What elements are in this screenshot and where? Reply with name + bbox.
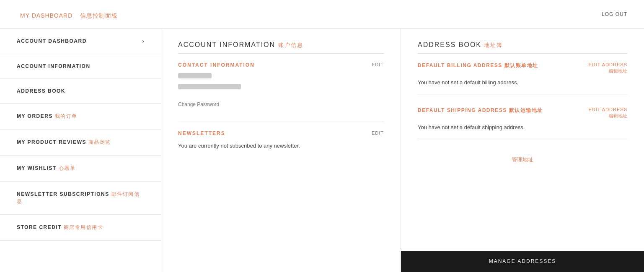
sidebar-item-account-information[interactable]: ACCOUNT INFORMATION <box>0 54 161 79</box>
sidebar-item-label: STORE CREDIT 商店专用信用卡 <box>17 224 103 231</box>
address-book-title: ADDRESS BOOK 地址簿 <box>418 41 627 54</box>
section-divider <box>178 122 384 122</box>
sidebar-item-my-wishlist[interactable]: MY WISHLIST 心愿单 <box>0 156 161 182</box>
sidebar-item-label: MY PRODUCT REVIEWS 商品浏览 <box>17 139 111 146</box>
page-header: MY DASHBOARD 信息控制面板 LOG OUT <box>0 0 644 29</box>
user-email-blurred <box>178 84 241 89</box>
sidebar-item-my-orders[interactable]: MY ORDERS 我的订单 <box>0 104 161 130</box>
sidebar-item-address-book[interactable]: ADDRESS BOOK <box>0 79 161 104</box>
middle-panel: ACCOUNT INFORMATION 账户信息 CONTACT INFORMA… <box>161 29 401 272</box>
right-panel: ADDRESS BOOK 地址簿 DEFAULT BILLING ADDRESS… <box>401 29 644 272</box>
sidebar-item-my-product-reviews[interactable]: MY PRODUCT REVIEWS 商品浏览 <box>0 130 161 156</box>
newsletters-section-header: NEWSLETTERS EDIT <box>178 130 384 136</box>
newsletters-content: You are currently not subscribed to any … <box>178 141 384 151</box>
newsletters-edit-button[interactable]: EDIT <box>372 130 384 135</box>
sidebar-item-label: MY WISHLIST 心愿单 <box>17 165 75 172</box>
shipping-address-section: DEFAULT SHIPPING ADDRESS 默认运输地址 EDIT ADD… <box>418 107 627 139</box>
main-layout: ACCOUNT DASHBOARD › ACCOUNT INFORMATION … <box>0 29 644 272</box>
billing-address-text: You have not set a default billing addre… <box>418 79 627 86</box>
manage-link: 管理地址 <box>418 152 627 168</box>
sidebar-item-label: MY ORDERS 我的订单 <box>17 113 78 120</box>
billing-address-title: DEFAULT BILLING ADDRESS 默认账单地址 <box>418 62 538 69</box>
manage-addresses-link[interactable]: 管理地址 <box>512 156 533 163</box>
sidebar-item-newsletter-subscriptions[interactable]: NEWSLETTER SUBSCRIPTIONS 邮件订阅信息 <box>0 182 161 215</box>
newsletters-section-title: NEWSLETTERS <box>178 130 225 136</box>
chevron-right-icon: › <box>142 38 144 44</box>
sidebar: ACCOUNT DASHBOARD › ACCOUNT INFORMATION … <box>0 29 161 272</box>
manage-addresses-button[interactable]: MANAGE ADDRESSES <box>401 251 644 272</box>
sidebar-item-store-credit[interactable]: STORE CREDIT 商店专用信用卡 <box>0 215 161 241</box>
sidebar-item-label: ACCOUNT DASHBOARD <box>17 38 87 44</box>
sidebar-item-account-dashboard[interactable]: ACCOUNT DASHBOARD › <box>0 29 161 54</box>
shipping-edit-address-button[interactable]: EDIT ADDRESS 编辑地址 <box>589 107 628 119</box>
contact-section-header: CONTACT INFORMATION EDIT <box>178 62 384 68</box>
contact-info-content: Change Password <box>178 73 384 109</box>
contact-info-section: CONTACT INFORMATION EDIT Change Password <box>178 62 384 109</box>
sidebar-item-label: NEWSLETTER SUBSCRIPTIONS 邮件订阅信息 <box>17 191 144 205</box>
newsletters-section: NEWSLETTERS EDIT You are currently not s… <box>178 130 384 151</box>
billing-address-section: DEFAULT BILLING ADDRESS 默认账单地址 EDIT ADDR… <box>418 62 627 94</box>
change-password-link[interactable]: Change Password <box>178 101 219 107</box>
page-title: MY DASHBOARD 信息控制面板 <box>17 8 118 21</box>
shipping-section-header: DEFAULT SHIPPING ADDRESS 默认运输地址 EDIT ADD… <box>418 107 627 119</box>
billing-edit-address-button[interactable]: EDIT ADDRESS 编辑地址 <box>589 62 628 74</box>
shipping-address-title: DEFAULT SHIPPING ADDRESS 默认运输地址 <box>418 107 543 114</box>
sidebar-item-label: ACCOUNT INFORMATION <box>17 63 91 69</box>
account-info-title: ACCOUNT INFORMATION 账户信息 <box>178 41 384 54</box>
contact-section-title: CONTACT INFORMATION <box>178 62 255 68</box>
shipping-address-text: You have not set a default shipping addr… <box>418 124 627 130</box>
billing-section-header: DEFAULT BILLING ADDRESS 默认账单地址 EDIT ADDR… <box>418 62 627 74</box>
logout-button[interactable]: LOG OUT <box>602 11 627 17</box>
contact-edit-button[interactable]: EDIT <box>372 62 384 67</box>
sidebar-item-label: ADDRESS BOOK <box>17 88 65 94</box>
user-name-blurred <box>178 73 212 78</box>
